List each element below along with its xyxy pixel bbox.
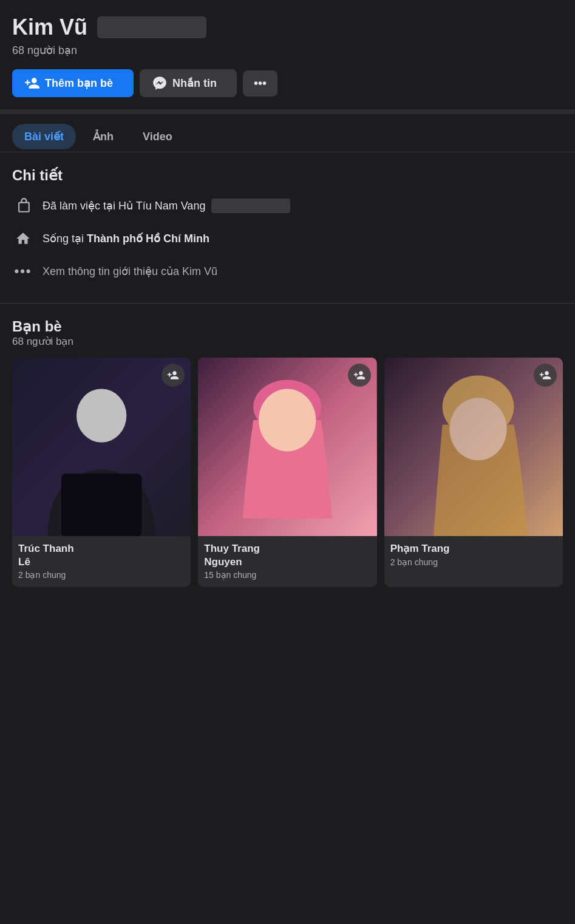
- friend-info-3: Phạm Trang 2 bạn chung: [384, 536, 563, 574]
- friends-count: 68 người bạn: [12, 335, 563, 348]
- friends-grid: Trúc Thanh Lê 2 bạn chung: [12, 358, 563, 587]
- friend-name-1: Trúc Thanh Lê: [18, 542, 185, 568]
- tabs-section: Bài viết Ảnh Video: [0, 114, 575, 152]
- friend-name-2: Thuy Trang Nguyen: [204, 542, 370, 568]
- tabs-row: Bài viết Ảnh Video: [12, 124, 563, 152]
- detail-home-text: Sống tại Thành phố Hồ Chí Minh: [43, 232, 209, 245]
- svg-point-2: [77, 389, 126, 443]
- svg-point-8: [259, 389, 316, 452]
- friend-photo-2: [198, 358, 376, 536]
- friend-card-3[interactable]: Phạm Trang 2 bạn chung: [384, 358, 563, 587]
- detail-work-text: Đã làm việc tại Hủ Tíu Nam Vang: [43, 199, 290, 213]
- friend-3-photo-svg: [384, 358, 563, 536]
- tab-video[interactable]: Video: [131, 124, 185, 149]
- detail-more-text: Xem thông tin giới thiệu của Kim Vũ: [43, 265, 217, 278]
- friend-mutual-3: 2 bạn chung: [390, 557, 557, 567]
- action-buttons: Thêm bạn bè Nhắn tin •••: [12, 69, 563, 97]
- friend-info-2: Thuy Trang Nguyen 15 bạn chung: [198, 536, 376, 587]
- work-blur: [211, 199, 290, 213]
- add-person-icon-3: [539, 369, 551, 381]
- home-icon: [12, 228, 34, 250]
- add-person-icon-1: [167, 369, 179, 381]
- friend-card-1[interactable]: Trúc Thanh Lê 2 bạn chung: [12, 358, 191, 587]
- tab-bai-viet[interactable]: Bài viết: [12, 124, 76, 149]
- friend-card-2[interactable]: Thuy Trang Nguyen 15 bạn chung: [198, 358, 376, 587]
- profile-name-blur: [97, 16, 206, 38]
- more-label: •••: [254, 76, 267, 90]
- friend-mutual-2: 15 bạn chung: [204, 570, 370, 580]
- detail-work: Đã làm việc tại Hủ Tíu Nam Vang: [12, 195, 563, 217]
- friend-info-1: Trúc Thanh Lê 2 bạn chung: [12, 536, 191, 587]
- friend-photo-3: [384, 358, 563, 536]
- profile-header: Kim Vũ 68 người bạn Thêm bạn bè Nhắn tin…: [0, 0, 575, 109]
- add-friend-label: Thêm bạn bè: [45, 76, 113, 90]
- main-divider: [0, 109, 575, 114]
- friends-header: Bạn bè 68 người bạn: [12, 318, 563, 348]
- svg-rect-3: [61, 474, 141, 536]
- detail-home: Sống tại Thành phố Hồ Chí Minh: [12, 228, 563, 250]
- message-label: Nhắn tin: [172, 76, 217, 90]
- messenger-icon: [152, 75, 168, 91]
- add-person-icon-2: [353, 369, 366, 381]
- svg-rect-12: [384, 358, 563, 536]
- add-friend-btn-2[interactable]: [348, 364, 371, 387]
- briefcase-icon: [12, 195, 34, 217]
- friends-title: Bạn bè: [12, 318, 563, 335]
- details-section: Chi tiết Đã làm việc tại Hủ Tíu Nam Vang…: [0, 152, 575, 303]
- message-button[interactable]: Nhắn tin: [140, 69, 237, 97]
- tab-anh[interactable]: Ảnh: [81, 124, 126, 149]
- friend-mutual-1: 2 bạn chung: [18, 570, 185, 580]
- friend-name-3: Phạm Trang: [390, 542, 557, 555]
- add-friend-btn-3[interactable]: [534, 364, 557, 387]
- detail-more-info[interactable]: ••• Xem thông tin giới thiệu của Kim Vũ: [12, 260, 563, 282]
- friend-photo-1: [12, 358, 191, 536]
- friend-2-photo-svg: [198, 358, 376, 536]
- add-friend-icon: [24, 75, 40, 91]
- profile-friend-count: 68 người bạn: [12, 44, 563, 57]
- dots-icon: •••: [12, 260, 34, 282]
- add-friend-button[interactable]: Thêm bạn bè: [12, 69, 134, 97]
- friend-1-photo-svg: [12, 358, 191, 536]
- details-title: Chi tiết: [12, 167, 563, 184]
- profile-name-row: Kim Vũ: [12, 15, 563, 40]
- friends-section: Bạn bè 68 người bạn: [0, 304, 575, 597]
- profile-name: Kim Vũ: [12, 15, 87, 40]
- more-button[interactable]: •••: [243, 70, 277, 97]
